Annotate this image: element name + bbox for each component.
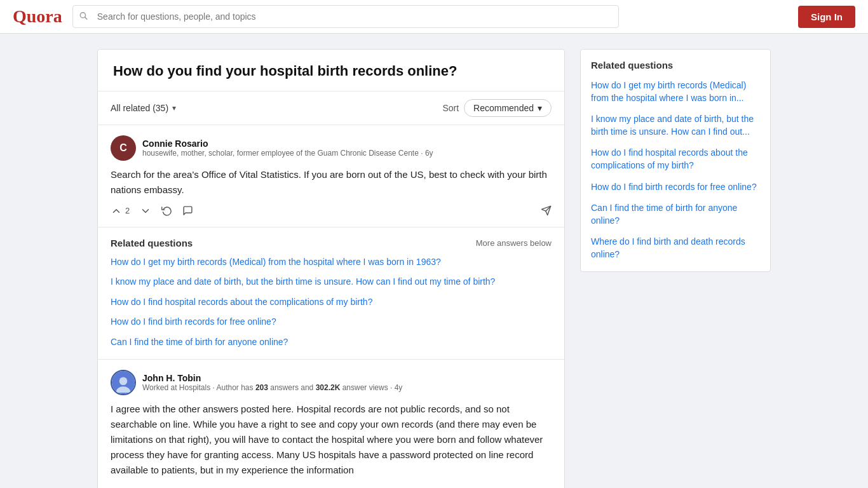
- related-inner-link-4[interactable]: How do I find birth records for free onl…: [111, 316, 276, 327]
- search-bar-container: [72, 5, 619, 28]
- list-item: How do I find birth records for free onl…: [591, 181, 760, 194]
- chevron-down-icon: ▾: [172, 104, 176, 112]
- sidebar-card: Related questions How do I get my birth …: [580, 49, 771, 272]
- all-related-label: All related (35): [111, 103, 168, 113]
- list-item: How do I find hospital records about the…: [591, 147, 760, 172]
- related-inner-header: Related questions More answers below: [111, 238, 552, 248]
- related-inner-block: Related questions More answers below How…: [98, 227, 564, 360]
- search-input[interactable]: [72, 5, 619, 28]
- sort-chevron-icon: ▾: [538, 103, 542, 113]
- header: Quora Sign In: [0, 0, 868, 34]
- related-inner-title: Related questions: [111, 238, 193, 248]
- svg-point-5: [116, 386, 130, 393]
- related-inner-list: How do I get my birth records (Medical) …: [111, 256, 552, 349]
- answer-text-connie: Search for the area's Office of Vital St…: [111, 167, 552, 198]
- answer-block-john: John H. Tobin Worked at Hospitals · Auth…: [98, 360, 564, 488]
- svg-point-4: [119, 377, 128, 385]
- related-inner-link-1[interactable]: How do I get my birth records (Medical) …: [111, 257, 441, 267]
- svg-line-1: [85, 17, 86, 19]
- comment-button-connie[interactable]: [182, 205, 193, 216]
- author-bio-prefix: Worked at Hospitals · Author has: [142, 383, 255, 392]
- quora-logo[interactable]: Quora: [13, 6, 62, 27]
- downvote-button-connie[interactable]: [140, 205, 151, 217]
- sidebar-list: How do I get my birth records (Medical) …: [591, 79, 760, 261]
- answer-text-john: I agree with the other answers posted he…: [111, 402, 552, 478]
- author-name-connie[interactable]: Connie Rosario: [142, 139, 552, 149]
- list-item: I know my place and date of birth, but t…: [111, 276, 552, 288]
- list-item: Where do I find birth and death records …: [591, 236, 760, 261]
- list-item: Can I find the time of birth for anyone …: [591, 202, 760, 227]
- avatar-john: [111, 370, 136, 395]
- related-inner-link-3[interactable]: How do I find hospital records about the…: [111, 297, 372, 307]
- list-item: How do I get my birth records (Medical) …: [591, 79, 760, 104]
- header-right: Sign In: [798, 6, 855, 28]
- author-name-john[interactable]: John H. Tobin: [142, 373, 552, 383]
- sidebar-title: Related questions: [591, 60, 760, 71]
- more-answers-below-label: More answers below: [476, 238, 552, 248]
- sort-label: Sort: [442, 103, 459, 113]
- answer-actions-connie: 2: [111, 205, 552, 217]
- upvote-count-connie: 2: [125, 206, 130, 215]
- refresh-button-connie[interactable]: [161, 205, 172, 216]
- share-button-connie[interactable]: [541, 205, 552, 216]
- answer-author-john: John H. Tobin Worked at Hospitals · Auth…: [111, 370, 552, 395]
- sidebar-link-4[interactable]: How do I find birth records for free onl…: [591, 182, 757, 192]
- upvote-button-connie[interactable]: 2: [111, 205, 130, 217]
- sidebar-link-5[interactable]: Can I find the time of birth for anyone …: [591, 203, 737, 226]
- answers-filter-bar: All related (35) ▾ Sort Recommended ▾: [98, 92, 564, 125]
- search-icon: [79, 11, 88, 22]
- sidebar-link-6[interactable]: Where do I find birth and death records …: [591, 236, 745, 259]
- sign-in-button[interactable]: Sign In: [798, 6, 855, 28]
- all-related-dropdown[interactable]: All related (35) ▾: [111, 103, 176, 113]
- sort-dropdown[interactable]: Recommended ▾: [464, 99, 552, 117]
- question-card: How do you find your hospital birth reco…: [97, 49, 565, 488]
- sidebar-link-1[interactable]: How do I get my birth records (Medical) …: [591, 80, 746, 103]
- avatar-connie: C: [111, 135, 136, 161]
- author-views-count: 302.2K: [316, 383, 341, 392]
- sort-area: Sort Recommended ▾: [442, 99, 552, 117]
- author-stats-john: Worked at Hospitals · Author has 203 ans…: [142, 383, 552, 392]
- related-inner-link-2[interactable]: I know my place and date of birth, but t…: [111, 276, 495, 287]
- list-item: How do I find birth records for free onl…: [111, 316, 552, 329]
- answer-author-connie: C Connie Rosario housewife, mother, scho…: [111, 135, 552, 161]
- author-info-john: John H. Tobin Worked at Hospitals · Auth…: [142, 373, 552, 392]
- sidebar-link-3[interactable]: How do I find hospital records about the…: [591, 147, 748, 170]
- list-item: Can I find the time of birth for anyone …: [111, 336, 552, 349]
- author-info-connie: Connie Rosario housewife, mother, schola…: [142, 139, 552, 158]
- recommended-label: Recommended: [473, 103, 534, 113]
- related-inner-link-5[interactable]: Can I find the time of birth for anyone …: [111, 337, 288, 347]
- author-bio-connie: housewife, mother, scholar, former emplo…: [142, 149, 552, 158]
- list-item: How do I find hospital records about the…: [111, 296, 552, 309]
- page-content: How do you find your hospital birth reco…: [85, 49, 783, 488]
- question-title: How do you find your hospital birth reco…: [98, 50, 564, 92]
- sidebar: Related questions How do I get my birth …: [580, 49, 771, 272]
- main-column: How do you find your hospital birth reco…: [97, 49, 565, 488]
- author-bio-suffix: answer views · 4y: [340, 383, 402, 392]
- author-bio-mid: answers and: [268, 383, 316, 392]
- sidebar-link-2[interactable]: I know my place and date of birth, but t…: [591, 114, 754, 137]
- list-item: How do I get my birth records (Medical) …: [111, 256, 552, 269]
- author-answers-count: 203: [255, 383, 268, 392]
- list-item: I know my place and date of birth, but t…: [591, 113, 760, 138]
- answer-block-connie: C Connie Rosario housewife, mother, scho…: [98, 125, 564, 227]
